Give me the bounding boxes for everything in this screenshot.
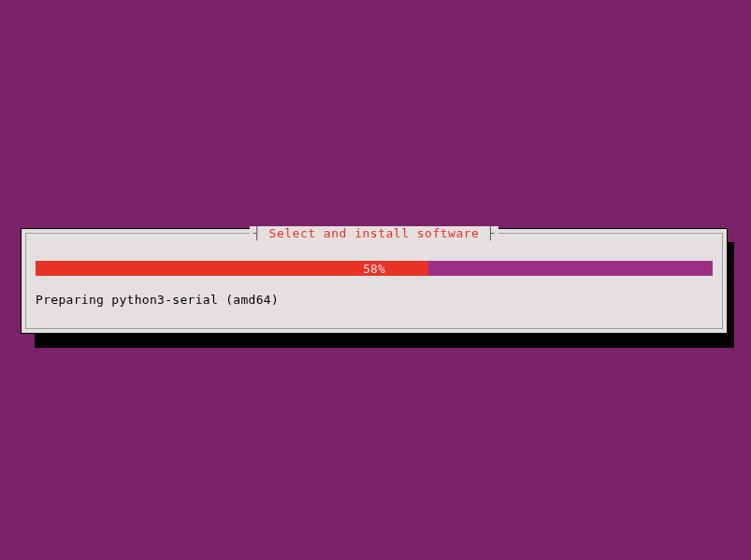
installer-dialog: ┤ Select and install software ├ 58% Prep… bbox=[21, 228, 728, 334]
progress-percent-label: 58% bbox=[363, 263, 384, 275]
title-bracket-right: ├ bbox=[487, 226, 495, 240]
dialog-title: Select and install software bbox=[269, 226, 480, 240]
dialog-inner-border: ┤ Select and install software ├ 58% Prep… bbox=[25, 233, 723, 329]
progress-bar: 58% bbox=[36, 261, 713, 276]
dialog-title-wrapper: ┤ Select and install software ├ bbox=[250, 226, 498, 240]
title-bracket-left: ┤ bbox=[253, 226, 261, 240]
status-text: Preparing python3-serial (amd64) bbox=[36, 293, 279, 307]
